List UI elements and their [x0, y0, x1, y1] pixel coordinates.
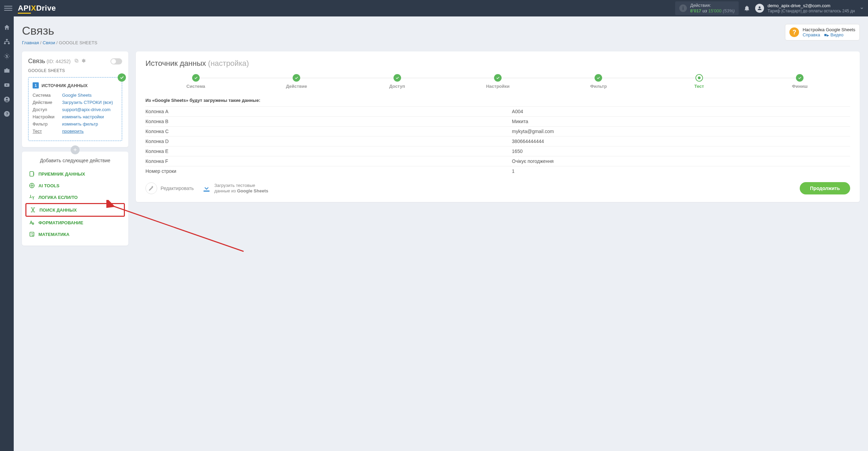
- add-action-header: Добавить следующее действие: [25, 158, 125, 163]
- menu-toggle[interactable]: [4, 4, 12, 12]
- source-number: 1: [33, 82, 39, 88]
- data-value: mykyta@gmail.com: [512, 129, 850, 134]
- action-format[interactable]: ФОРМАТИРОВАНИЕ: [25, 217, 125, 228]
- action-label: МАТЕМАТИКА: [38, 232, 69, 237]
- data-row: Номер строки1: [145, 166, 850, 176]
- add-action-knob[interactable]: +: [71, 145, 80, 154]
- action-label: ПРИЕМНИК ДАННЫХ: [38, 171, 85, 177]
- action-logic[interactable]: ЛОГИКА ЕСЛИ/ТО: [25, 191, 125, 203]
- breadcrumb-links[interactable]: Связи: [43, 40, 55, 45]
- breadcrumb-current: GOOGLE SHEETS: [59, 40, 97, 45]
- step-Финиш[interactable]: Финиш: [750, 74, 850, 89]
- actions-label: Действия:: [690, 3, 735, 8]
- source-value[interactable]: изменить настройки: [62, 114, 104, 119]
- action-ai-tools[interactable]: AI TOOLS: [25, 180, 125, 191]
- data-row: Колонка E1650: [145, 146, 850, 156]
- bell-icon[interactable]: [743, 5, 750, 12]
- help-link-video[interactable]: Видео: [830, 32, 843, 37]
- data-key: Колонка F: [145, 158, 512, 164]
- source-value[interactable]: Загрузить СТРОКИ (все): [62, 100, 113, 105]
- download-label-1: Загрузить тестовые: [214, 183, 268, 188]
- source-value[interactable]: Google Sheets: [62, 93, 92, 98]
- data-key: Колонка B: [145, 119, 512, 124]
- action-icon: [29, 231, 35, 237]
- breadcrumb: Главная / Связи / GOOGLE SHEETS: [22, 40, 97, 45]
- nav-help-icon[interactable]: ?: [3, 110, 10, 117]
- user-info[interactable]: demo_apix-drive_s2@com.com Тариф |Станда…: [767, 3, 855, 13]
- actions-usage[interactable]: i Действия: 8'017 из 15'000 (53%): [675, 1, 739, 15]
- connection-card: Связь (ID: 44252) GOOGLE SHEETS: [22, 51, 128, 147]
- actions-used: 8'017: [690, 8, 701, 13]
- logo-x: X: [31, 4, 36, 12]
- info-icon: i: [679, 4, 687, 12]
- nav-video-icon[interactable]: [3, 82, 10, 88]
- logo-pre: API: [18, 4, 31, 14]
- svg-rect-15: [30, 232, 34, 236]
- action-label: AI TOOLS: [38, 183, 59, 188]
- nav-briefcase-icon[interactable]: [3, 67, 10, 74]
- source-value[interactable]: проверить: [62, 129, 84, 134]
- left-nav: $ ?: [0, 16, 14, 451]
- source-box[interactable]: 1 ИСТОЧНИК ДАННЫХ СистемаGoogle SheetsДе…: [28, 77, 122, 141]
- add-action-card: Добавить следующее действие ПРИЕМНИК ДАН…: [22, 152, 128, 246]
- help-icon: ?: [789, 27, 799, 37]
- logo[interactable]: APIXDrive: [18, 4, 56, 13]
- chevron-down-icon[interactable]: [860, 6, 864, 10]
- action-math[interactable]: МАТЕМАТИКА: [25, 228, 125, 240]
- step-label: Система: [145, 84, 246, 89]
- step-Настройки[interactable]: Настройки: [447, 74, 548, 89]
- step-label: Тест: [649, 84, 749, 89]
- action-receiver[interactable]: ПРИЕМНИК ДАННЫХ: [25, 168, 125, 180]
- action-icon: [29, 182, 35, 189]
- step-Тест[interactable]: Тест: [649, 74, 749, 89]
- help-link-docs[interactable]: Справка: [802, 32, 820, 37]
- nav-billing-icon[interactable]: $: [3, 53, 10, 60]
- edit-button[interactable]: Редактировать: [145, 182, 194, 194]
- nav-connections-icon[interactable]: [3, 38, 10, 45]
- download-test-data[interactable]: Загрузить тестовые данные из Google Shee…: [202, 183, 268, 194]
- connection-toggle[interactable]: [110, 58, 122, 64]
- user-avatar[interactable]: [755, 4, 764, 13]
- step-Действие[interactable]: Действие: [246, 74, 347, 89]
- action-data-search[interactable]: ПОИСК ДАННЫХ: [25, 203, 125, 217]
- help-title: Настройка Google Sheets: [802, 27, 855, 32]
- source-key: Доступ: [33, 107, 62, 112]
- edit-label: Редактировать: [161, 186, 194, 191]
- data-key: Колонка D: [145, 139, 512, 144]
- svg-text:$: $: [6, 54, 8, 58]
- svg-rect-10: [75, 59, 77, 61]
- breadcrumb-home[interactable]: Главная: [22, 40, 39, 45]
- step-Доступ[interactable]: Доступ: [347, 74, 447, 89]
- user-email: demo_apix-drive_s2@com.com: [767, 3, 855, 9]
- step-Система[interactable]: Система: [145, 74, 246, 89]
- source-value[interactable]: support@apix-drive.com: [62, 107, 110, 112]
- action-icon: [29, 171, 35, 177]
- svg-rect-11: [30, 171, 34, 176]
- source-header: ИСТОЧНИК ДАННЫХ: [42, 83, 87, 88]
- action-icon: [29, 219, 35, 226]
- actions-pct: (53%): [723, 8, 735, 13]
- help-box: ? Настройка Google Sheets Справка ■▶ Вид…: [785, 24, 860, 40]
- gear-icon[interactable]: [81, 58, 86, 63]
- data-row: Колонка FОчікує погодження: [145, 156, 850, 166]
- data-row: Колонка BМикита: [145, 116, 850, 126]
- source-key: Тест: [33, 129, 62, 134]
- svg-rect-9: [75, 60, 78, 62]
- connection-title: Связь: [28, 58, 45, 64]
- continue-button[interactable]: Продолжить: [800, 182, 850, 194]
- svg-text:?: ?: [6, 111, 8, 116]
- data-value: 380664444444: [512, 139, 850, 144]
- step-Фильтр[interactable]: Фильтр: [548, 74, 649, 89]
- steps: СистемаДействиеДоступНастройкиФильтрТест…: [145, 74, 850, 89]
- download-icon: [202, 184, 211, 193]
- copy-icon[interactable]: [74, 58, 79, 63]
- nav-user-icon[interactable]: [3, 96, 10, 103]
- actions-total: 15'000: [708, 8, 722, 13]
- action-label: ЛОГИКА ЕСЛИ/ТО: [38, 195, 78, 200]
- data-key: Колонка E: [145, 149, 512, 154]
- data-row: Колонка AA004: [145, 106, 850, 116]
- nav-home-icon[interactable]: [3, 24, 10, 31]
- user-plan: Тариф |Стандарт| до оплаты осталось 245 …: [767, 9, 855, 13]
- action-label: ПОИСК ДАННЫХ: [39, 207, 77, 213]
- source-value[interactable]: изменить фильтр: [62, 121, 98, 127]
